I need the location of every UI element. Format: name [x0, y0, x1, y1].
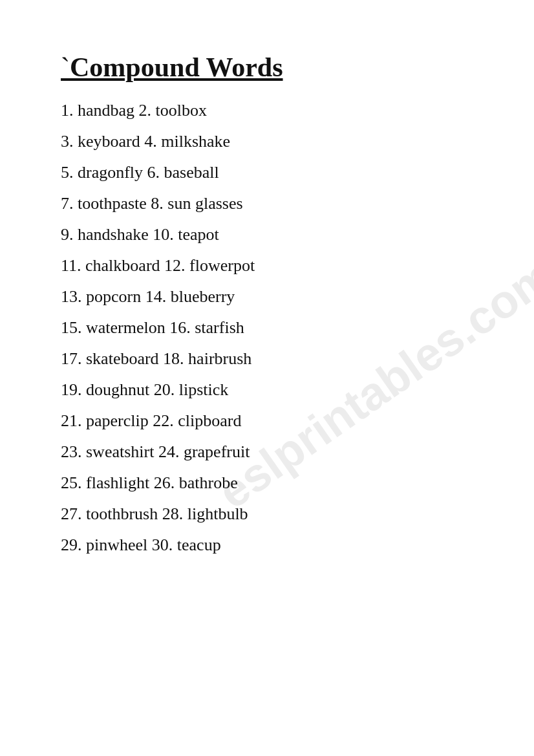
page-title: `Compound Words — [61, 52, 473, 83]
list-item: 25. flashlight 26. bathrobe — [61, 475, 473, 491]
list-item: 21. paperclip 22. clipboard — [61, 413, 473, 429]
title-tick: ` — [61, 52, 70, 82]
list-item: 9. handshake 10. teapot — [61, 226, 473, 243]
list-item: 5. dragonfly 6. baseball — [61, 164, 473, 181]
list-item: 29. pinwheel 30. teacup — [61, 537, 473, 554]
list-item: 15. watermelon 16. starfish — [61, 319, 473, 336]
title-text: Compound Words — [70, 52, 283, 82]
list-item: 11. chalkboard 12. flowerpot — [61, 257, 473, 274]
list-item: 13. popcorn 14. blueberry — [61, 288, 473, 305]
list-item: 3. keyboard 4. milkshake — [61, 133, 473, 150]
list-item: 23. sweatshirt 24. grapefruit — [61, 444, 473, 460]
list-item: 17. skateboard 18. hairbrush — [61, 351, 473, 367]
list-item: 1. handbag 2. toolbox — [61, 102, 473, 119]
list-item: 7. toothpaste 8. sun glasses — [61, 195, 473, 212]
page-content: `Compound Words 1. handbag 2. toolbox3. … — [0, 0, 534, 620]
list-item: 19. doughnut 20. lipstick — [61, 382, 473, 398]
word-list: 1. handbag 2. toolbox3. keyboard 4. milk… — [61, 102, 473, 554]
list-item: 27. toothbrush 28. lightbulb — [61, 506, 473, 523]
